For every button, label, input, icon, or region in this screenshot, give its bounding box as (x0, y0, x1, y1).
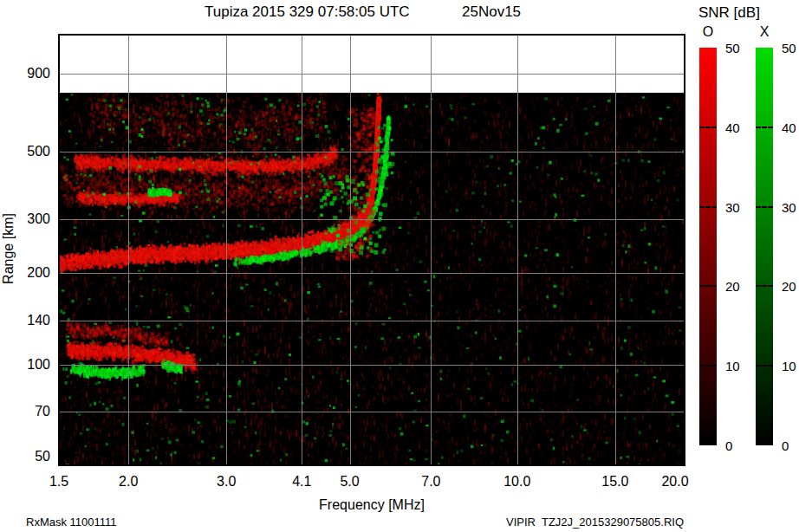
x-tick-label: 20.0 (661, 474, 688, 490)
footer-filename: VIPIR TZJ2J_2015329075805.RIQ (506, 516, 684, 529)
colorbar-tick-label: 40 (782, 120, 796, 135)
y-tick-label: 70 (7, 404, 50, 419)
x-tick-label: 4.1 (292, 474, 311, 490)
colorbar-tick-dash (699, 285, 717, 287)
x-tick-label: 10.0 (503, 474, 530, 490)
colorbar-x-bar (756, 48, 773, 445)
x-tick-label: 5.0 (340, 474, 359, 490)
colorbar-tick-label: 0 (782, 438, 789, 453)
colorbar-tick-label: 0 (725, 438, 732, 453)
y-tick-label: 500 (7, 144, 50, 159)
x-tick-label: 2.0 (119, 474, 138, 490)
x-tick-label: 15.0 (601, 474, 628, 490)
footer-rxmask: RxMask 11001111 (26, 516, 117, 529)
colorbar-tick-label: 40 (725, 120, 740, 135)
colorbar-tick-dash (756, 206, 773, 208)
colorbar-tick-dash (699, 206, 717, 208)
x-tick-label: 3.0 (217, 474, 236, 490)
colorbar-o-label: O (699, 24, 717, 40)
x-tick-label: 1.5 (49, 474, 68, 490)
y-tick-label: 140 (7, 313, 50, 328)
colorbar-tick-label: 10 (782, 359, 796, 373)
snr-legend-title: SNR [dB] (698, 4, 760, 22)
y-tick-label: 50 (7, 449, 50, 464)
y-tick-label: 100 (7, 357, 50, 373)
colorbar-tick-label: 10 (725, 359, 740, 373)
page-date: 25Nov15 (462, 3, 521, 21)
colorbar-tick-label: 30 (782, 200, 796, 215)
y-tick-label: 900 (7, 66, 50, 81)
colorbar-tick-dash (756, 365, 773, 367)
y-axis-label: Range [km] (1, 210, 16, 288)
x-axis-label: Frequency [MHz] (319, 497, 425, 513)
colorbar-tick-dash (756, 285, 773, 287)
colorbar-tick-label: 20 (725, 279, 740, 294)
x-tick-label: 7.0 (421, 474, 440, 490)
ionogram-heatmap-canvas (52, 28, 692, 472)
colorbar-tick-label: 30 (725, 200, 740, 215)
colorbar-tick-label: 50 (782, 41, 796, 55)
page-title: Tupiza 2015 329 07:58:05 UTC (205, 3, 410, 21)
colorbar-x-label: X (756, 24, 773, 40)
colorbar-tick-dash (699, 127, 717, 128)
colorbar-tick-label: 20 (782, 279, 796, 294)
ionogram-page: Tupiza 2015 329 07:58:05 UTC 25Nov15 SNR… (0, 0, 799, 532)
colorbar-tick-label: 50 (725, 41, 740, 55)
colorbar-tick-dash (699, 365, 717, 367)
colorbar-tick-dash (756, 127, 773, 128)
colorbar-o-bar (699, 48, 717, 445)
